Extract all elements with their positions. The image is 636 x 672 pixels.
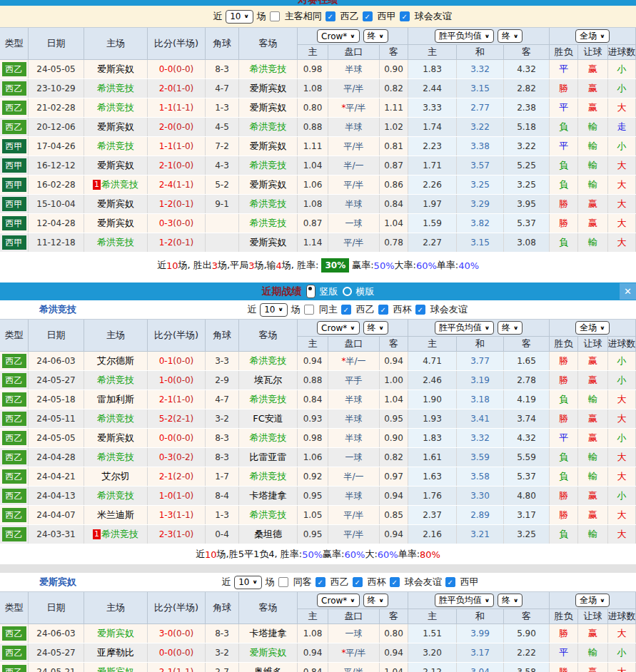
horizontal-layout-radio[interactable] <box>343 287 352 296</box>
result-handicap: 赢 <box>578 487 608 505</box>
result-goals: 大 <box>608 233 636 252</box>
filter-checkbox-unchecked[interactable] <box>304 305 314 315</box>
filter-checkbox-checked[interactable]: ✓ <box>415 305 425 315</box>
odds-source-select[interactable]: 全场∨ <box>575 29 609 43</box>
handicap-line: 半/一 <box>343 471 363 483</box>
away-cell: 希洪竞技 <box>239 506 298 524</box>
col-header: 进球数 <box>608 337 636 352</box>
filter-checkbox-checked[interactable]: ✓ <box>378 305 388 315</box>
fulltime-score: 0-0 <box>159 648 173 658</box>
odds-source-select[interactable]: 全场∨ <box>575 594 609 607</box>
filter-checkbox-unchecked[interactable] <box>278 577 288 587</box>
filter-checkbox-checked[interactable]: ✓ <box>316 577 325 587</box>
odds-source-select[interactable]: 胜平负均值∨ <box>435 321 494 335</box>
odds-source-select[interactable]: 终∨ <box>363 321 388 335</box>
halftime-score: (0-1) <box>173 238 193 248</box>
chevron-down-icon: ∨ <box>350 598 355 604</box>
avg-home: 1.63 <box>408 467 457 486</box>
avg-draw: 3.18 <box>457 390 504 409</box>
odds-source-select[interactable]: 终∨ <box>363 594 388 607</box>
handicap-cell: 平/半 <box>328 233 380 252</box>
odds-source-select[interactable]: 胜平负均值∨ <box>435 29 494 43</box>
table-row: 西甲11-12-18希洪竞技1-2(0-1)爱斯宾奴1.14平/半0.782.2… <box>0 233 636 252</box>
away-odds: 1.00 <box>380 371 408 390</box>
away-team: 希洪竞技 <box>250 198 287 210</box>
avg-away: 3.95 <box>504 195 550 213</box>
score-cell: 5-2(2-1) <box>148 409 206 428</box>
result-wdl: 負 <box>550 390 578 409</box>
filter-label: 西杯 <box>393 303 412 316</box>
vertical-layout-radio[interactable] <box>306 285 316 298</box>
avg-draw: 3.82 <box>457 214 504 233</box>
summary-segment: 场,胜5平1负4, 胜率: <box>217 548 303 561</box>
vertical-layout-label[interactable]: 竖版 <box>320 285 338 298</box>
odds-source-select[interactable]: 全场∨ <box>575 321 609 335</box>
fulltime-score: 1-1 <box>159 141 173 151</box>
league-badge: 西甲 <box>2 178 26 192</box>
home-odds: 0.84 <box>298 663 328 672</box>
odds-source-select[interactable]: 胜平负均值∨ <box>435 594 494 607</box>
close-icon[interactable]: ✕ <box>620 283 636 300</box>
league-badge: 西乙 <box>2 508 26 522</box>
odds-source-select[interactable]: 终∨ <box>363 29 388 43</box>
league-cell: 西乙 <box>0 79 29 98</box>
filter-checkbox-checked[interactable]: ✓ <box>353 577 363 587</box>
corner-stat: 3-3 <box>206 352 239 370</box>
horizontal-layout-label[interactable]: 横版 <box>356 285 375 298</box>
avg-away: 5.37 <box>504 467 550 486</box>
handicap-line: 平/半 <box>345 647 365 659</box>
match-date: 24-05-21 <box>29 663 84 672</box>
result-goals: 走 <box>608 118 636 136</box>
table-row: 西乙24-05-11希洪竞技5-2(2-1)3-2FC安道0.93半球0.951… <box>0 409 636 428</box>
home-cell: 希洪竞技 <box>84 371 148 390</box>
odds-source-select[interactable]: 终∨ <box>498 321 523 335</box>
col-header: 盘口 <box>328 45 380 60</box>
away-team: 埃瓦尔 <box>254 374 282 387</box>
away-cell: 希洪竞技 <box>239 390 298 409</box>
summary-segment: 10 <box>205 549 217 560</box>
result-handicap: 赢 <box>578 214 608 233</box>
filter-checkbox-unchecked[interactable] <box>270 11 280 21</box>
corner-stat: 2-9 <box>206 371 239 390</box>
avg-home: 3.20 <box>408 643 457 662</box>
filter-checkbox-checked[interactable]: ✓ <box>400 11 410 21</box>
table-row: 西乙24-05-27亚摩勒比0-0(0-0)3-2爱斯宾奴0.94*平/半0.9… <box>0 643 636 662</box>
filter-label: 同客 <box>293 576 312 589</box>
filter-checkbox-checked[interactable]: ✓ <box>390 577 400 587</box>
col-header: 和 <box>457 337 504 352</box>
chevron-down-icon: ∨ <box>485 325 490 331</box>
filter-checkbox-checked[interactable]: ✓ <box>341 305 351 315</box>
table-row: 西乙24-04-07米兰迪斯1-3(1-1)1-3希洪竞技1.05平/半0.85… <box>0 506 636 524</box>
fulltime-score: 1-2 <box>159 238 173 248</box>
home-team: 希洪竞技 <box>101 178 138 191</box>
score-cell: 2-0(1-0) <box>148 79 206 98</box>
odds-source-select[interactable]: Crow*∨ <box>317 321 360 335</box>
corner-stat: 1-7 <box>206 467 239 486</box>
home-cell: 希洪竞技 <box>84 98 148 117</box>
summary-segment: 60% <box>344 549 365 560</box>
filter-checkbox-checked[interactable]: ✓ <box>363 11 373 21</box>
odds-source-select[interactable]: Crow*∨ <box>317 594 360 607</box>
match-count-select[interactable]: 10∨ <box>260 303 288 317</box>
filter-checkbox-checked[interactable]: ✓ <box>445 577 455 587</box>
rank-flag: 1 <box>93 529 101 539</box>
match-count-select[interactable]: 10∨ <box>234 576 262 589</box>
chevron-down-icon: ∨ <box>513 34 518 39</box>
filter-label: 西甲 <box>378 10 396 23</box>
away-cell: 希洪竞技 <box>239 467 298 486</box>
handicap-cell: 半球 <box>328 429 380 447</box>
odds-source-select[interactable]: Crow*∨ <box>317 29 360 43</box>
league-cell: 西乙 <box>0 352 29 370</box>
fulltime-score: 0-3 <box>159 218 173 228</box>
odds-source-select[interactable]: 终∨ <box>498 594 523 607</box>
filter-checkbox-checked[interactable]: ✓ <box>325 11 335 21</box>
away-odds: 0.80 <box>380 624 408 643</box>
corner-stat: 4-3 <box>206 156 239 175</box>
result-wdl: 平 <box>550 643 578 662</box>
odds-source-select[interactable]: 终∨ <box>498 29 523 43</box>
match-count-select[interactable]: 10∨ <box>226 10 253 24</box>
avg-home: 1.93 <box>408 409 457 428</box>
result-goals: 大 <box>608 195 636 213</box>
avg-home: 1.59 <box>408 214 457 233</box>
away-odds: 0.87 <box>380 156 408 175</box>
